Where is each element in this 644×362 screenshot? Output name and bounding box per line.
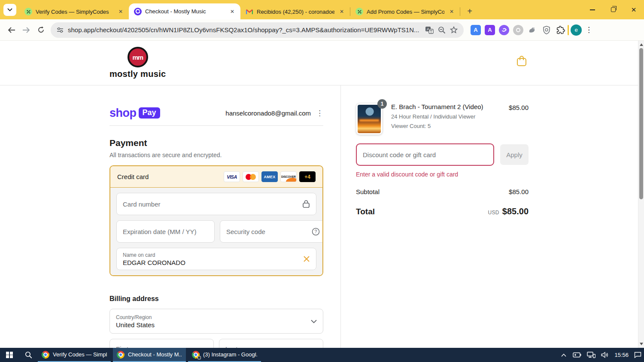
scroll-up-arrow[interactable] <box>638 42 644 48</box>
credit-card-option[interactable]: Credit card VISA AMEX DISCOVER +4 <box>110 166 322 188</box>
card-number-input[interactable] <box>123 201 302 208</box>
battery-icon[interactable] <box>572 352 581 358</box>
zoom-icon[interactable] <box>438 26 446 34</box>
gray-circle-extension-icon[interactable] <box>513 25 523 35</box>
name-on-card-value[interactable]: EDGAR CORONADO <box>123 259 303 266</box>
divider <box>109 125 323 126</box>
card-network-badges: VISA AMEX DISCOVER +4 <box>224 171 316 182</box>
taskbar-search-button[interactable] <box>19 348 38 362</box>
tray-expand-button[interactable] <box>561 353 566 357</box>
apply-discount-button[interactable]: Apply <box>500 144 529 165</box>
help-icon[interactable]: ? <box>312 228 320 236</box>
action-center-button[interactable] <box>634 352 641 358</box>
reload-button[interactable] <box>33 23 48 37</box>
store-logo: mm <box>128 47 148 67</box>
purple-a-extension-icon[interactable]: A <box>485 25 495 35</box>
clock[interactable]: 15:56 <box>614 352 629 358</box>
country-select[interactable]: Country/Region United States <box>109 309 323 334</box>
tab-search-button[interactable] <box>3 4 16 16</box>
security-code-input[interactable] <box>226 228 312 235</box>
network-icon[interactable] <box>587 352 595 358</box>
cart-button[interactable] <box>516 55 527 69</box>
new-tab-button[interactable]: + <box>464 5 476 17</box>
profile-avatar[interactable]: e <box>571 24 582 36</box>
extensions-puzzle-icon[interactable] <box>556 25 566 35</box>
address-bar[interactable]: shop.app/checkout/4202505/cn/hWN1IP8ZLOy… <box>51 22 464 38</box>
url-text[interactable]: shop.app/checkout/4202505/cn/hWN1IP8ZLOy… <box>68 26 421 33</box>
simplycodes-icon <box>355 8 363 15</box>
expiration-field[interactable] <box>116 220 215 243</box>
window-minimize-button[interactable] <box>582 0 603 19</box>
security-code-field[interactable]: ? <box>220 220 323 243</box>
taskbar-item-instagram[interactable]: (3) Instagram - Googl... <box>188 348 261 362</box>
triangle-down-icon <box>640 343 643 345</box>
window-close-button[interactable]: ✕ <box>623 0 644 19</box>
close-icon[interactable]: ✕ <box>228 8 236 15</box>
minimize-icon <box>590 9 595 10</box>
lock-icon <box>302 200 310 208</box>
close-icon[interactable]: ✕ <box>117 8 125 15</box>
shop-pay-logo: shop Pay <box>109 106 160 120</box>
triangle-up-icon <box>640 43 643 46</box>
bird-extension-icon[interactable] <box>527 25 538 35</box>
order-line-item: 1 E. Brach - Tournament 2 (Video) 24 Hou… <box>356 103 529 135</box>
shield-extension-icon[interactable] <box>541 25 552 35</box>
start-button[interactable] <box>0 348 19 362</box>
pay-badge: Pay <box>139 107 160 119</box>
discount-code-field[interactable] <box>356 143 494 166</box>
total-currency: USD <box>488 210 499 216</box>
tab-title: Verify Codes — SimplyCodes <box>36 9 113 15</box>
expiration-input[interactable] <box>123 228 208 235</box>
volume-icon[interactable] <box>601 352 609 358</box>
store-brand[interactable]: mm mostly music <box>109 47 166 79</box>
tab-separator <box>460 7 460 16</box>
search-icon <box>25 351 32 359</box>
simplycodes-extension-icon[interactable] <box>499 25 509 35</box>
card-number-field[interactable] <box>116 193 316 215</box>
product-viewer-count: Viewer Count: 5 <box>391 123 509 129</box>
restore-icon <box>611 7 616 12</box>
visa-icon: VISA <box>224 171 240 182</box>
browser-menu-button[interactable]: ⋮ <box>582 25 596 34</box>
svg-text:?: ? <box>315 229 317 234</box>
taskbar-item-verify-codes[interactable]: Verify Codes — Simpl... <box>38 348 111 362</box>
tab-verify-codes[interactable]: Verify Codes — SimplyCodes ✕ <box>19 4 129 19</box>
last-name-field[interactable] <box>219 339 323 348</box>
store-name: mostly music <box>109 69 166 79</box>
discount-code-input[interactable] <box>363 151 487 158</box>
account-menu-button[interactable]: ⋮ <box>316 109 323 118</box>
payment-column: shop Pay hanselcoronado8@gmail.com ⋮ Pay… <box>0 85 340 348</box>
discount-error-message: Enter a valid discount code or gift card <box>356 171 529 178</box>
country-value: United States <box>116 321 311 329</box>
name-on-card-field[interactable]: Name on card EDGAR CORONADO <box>116 248 316 270</box>
first-name-field[interactable] <box>109 339 214 348</box>
close-icon[interactable]: ✕ <box>448 8 456 15</box>
bookmark-star-icon[interactable] <box>450 26 458 33</box>
close-icon[interactable]: ✕ <box>338 8 346 15</box>
chevron-down-icon <box>7 8 12 12</box>
back-button[interactable] <box>4 23 19 37</box>
subtotal-label: Subtotal <box>356 188 380 195</box>
gmail-icon <box>246 8 253 15</box>
logo-monogram: mm <box>132 54 143 61</box>
scrollbar-thumb[interactable] <box>639 48 643 199</box>
total-label: Total <box>356 207 375 216</box>
forward-button[interactable] <box>19 23 33 37</box>
taskbar-item-checkout[interactable]: Checkout - Mostly M... <box>113 348 186 362</box>
page-scrollbar[interactable] <box>638 41 644 348</box>
tab-checkout-mostly-music[interactable]: Checkout - Mostly Music ✕ <box>129 3 240 19</box>
checkout-page: mm mostly music shop Pay hanselcoronado8… <box>0 41 644 348</box>
name-on-card-label: Name on card <box>123 252 303 258</box>
site-settings-icon[interactable] <box>57 27 64 33</box>
shopping-bag-icon <box>516 55 527 67</box>
translate-page-icon[interactable]: A <box>425 26 434 34</box>
tab-add-promo-codes[interactable]: Add Promo Codes — SimplyCo ✕ <box>350 4 460 19</box>
clear-field-icon[interactable] <box>303 256 310 262</box>
tab-gmail-inbox[interactable]: Recibidos (42,250) - coronadoe ✕ <box>240 4 350 19</box>
window-restore-button[interactable] <box>603 0 623 19</box>
browser-toolbar: shop.app/checkout/4202505/cn/hWN1IP8ZLOy… <box>0 19 644 41</box>
translate-extension-icon[interactable]: A <box>471 25 481 35</box>
chrome-icon <box>117 351 125 359</box>
chevron-up-icon <box>561 353 566 357</box>
scroll-down-arrow[interactable] <box>638 341 644 347</box>
